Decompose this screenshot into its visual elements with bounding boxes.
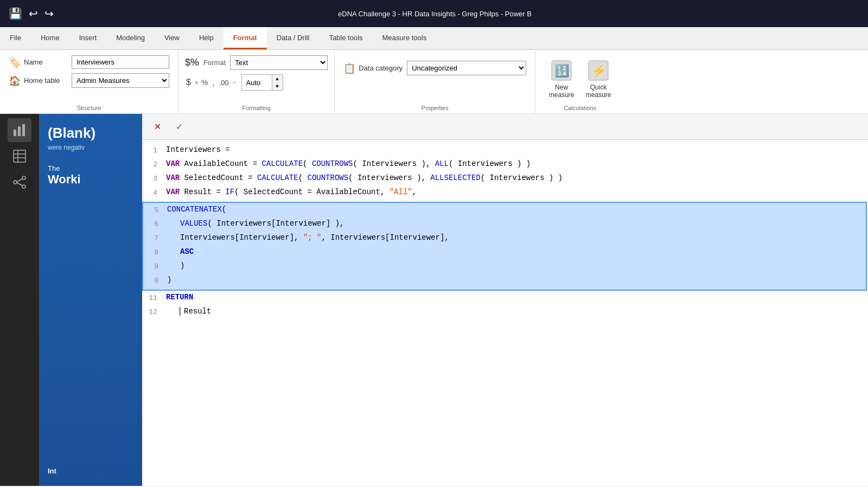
line-content-12: Result	[164, 307, 868, 316]
dax-toolbar: ✕ ✓	[142, 114, 868, 140]
home-table-label: Home table	[24, 76, 67, 85]
name-icon: 🏷️	[9, 56, 21, 68]
menu-file[interactable]: File	[0, 27, 31, 49]
svg-rect-6	[22, 124, 25, 136]
line-content-4: VAR Result = IF( SelectedCount = Availab…	[164, 188, 868, 196]
line-num-4: 4	[142, 188, 164, 197]
line-num-1: 1	[142, 145, 164, 155]
menu-view[interactable]: View	[155, 27, 189, 49]
new-measure-button[interactable]: 🔢 New measure	[546, 55, 577, 101]
line-content-8: ASC	[165, 247, 866, 256]
neg-text: were negativ	[48, 144, 85, 151]
redo-icon[interactable]: ↪	[44, 7, 54, 20]
new-measure-icon: 🔢	[548, 57, 575, 84]
dollar-button[interactable]: $	[185, 76, 192, 88]
menu-help[interactable]: Help	[189, 27, 224, 49]
percent-button[interactable]: %	[201, 78, 208, 87]
cancel-button[interactable]: ✕	[149, 118, 166, 135]
line-num-6: 6	[143, 219, 165, 228]
dax-editor-area: ✕ ✓ 1 Interviewers = 2 VAR AvailableCoun…	[142, 114, 868, 486]
code-line-4: 4 VAR Result = IF( SelectedCount = Avail…	[142, 187, 868, 201]
structure-group-label: Structure	[9, 101, 169, 111]
code-line-7: 7 Interviewers[Interviewer], "; ", Inter…	[143, 232, 866, 246]
code-line-3: 3 VAR SelectedCount = CALCULATE( COUNTRO…	[142, 172, 868, 187]
svg-line-14	[17, 179, 22, 182]
undo-icon[interactable]: ↩	[29, 7, 38, 20]
ribbon-properties-group: 📋 Data category Uncategorized Properties	[335, 50, 535, 113]
svg-point-13	[22, 185, 25, 188]
line-content-10: )	[165, 275, 866, 284]
sidebar-chart-icon[interactable]	[8, 118, 31, 142]
code-line-9: 9 )	[143, 260, 866, 274]
line-content-7: Interviewers[Interviewer], "; ", Intervi…	[165, 233, 866, 242]
menu-format[interactable]: Format	[224, 27, 267, 49]
spinner-value: Auto	[242, 77, 272, 88]
data-category-icon: 📋	[343, 62, 355, 74]
line-num-9: 9	[143, 261, 165, 271]
svg-rect-5	[18, 126, 21, 136]
code-editor[interactable]: 1 Interviewers = 2 VAR AvailableCount = …	[142, 140, 868, 486]
left-sidebar	[0, 114, 39, 486]
line-content-9: )	[165, 261, 866, 270]
line-num-12: 12	[142, 307, 164, 316]
decimal-add-button[interactable]: .00	[219, 79, 229, 87]
line-content-11: RETURN	[164, 293, 868, 302]
menu-modeling[interactable]: Modeling	[106, 27, 155, 49]
code-line-10: 0 )	[143, 274, 866, 289]
save-icon[interactable]: 💾	[9, 7, 22, 20]
working-bold: Worki	[48, 172, 81, 187]
quick-measure-label: Quick measure	[586, 84, 611, 99]
comma-button[interactable]: ,	[211, 77, 215, 88]
menu-home[interactable]: Home	[31, 27, 69, 49]
home-table-select[interactable]: Admin Measures	[72, 73, 169, 88]
spinner-down[interactable]: ▼	[272, 82, 283, 90]
ribbon: 🏷️ Name 🏠 Home table Admin Measures Stru…	[0, 50, 868, 114]
quick-measure-button[interactable]: ⚡ Quick measure	[583, 55, 614, 101]
line-num-10: 0	[143, 275, 165, 285]
sidebar-table-icon[interactable]	[8, 144, 31, 168]
formatting-group-label: Formatting	[185, 101, 328, 111]
svg-line-15	[17, 183, 22, 185]
blank-text: (Blank)	[48, 125, 95, 142]
ribbon-structure-group: 🏷️ Name 🏠 Home table Admin Measures Stru…	[0, 50, 178, 113]
sidebar-model-icon[interactable]	[8, 170, 31, 194]
svg-text:⚡: ⚡	[591, 63, 607, 78]
menu-bar: File Home Insert Modeling View Help Form…	[0, 27, 868, 50]
data-category-label: Data category	[359, 64, 403, 72]
new-measure-label-new: New measure	[549, 84, 575, 99]
svg-rect-7	[14, 150, 25, 162]
code-line-8: 8 ASC	[143, 246, 866, 260]
dollar-dropdown-arrow[interactable]: ▾	[195, 80, 198, 86]
format-dollar-percent-icon: $%	[185, 57, 199, 68]
line-num-3: 3	[142, 174, 164, 183]
spinner-up[interactable]: ▲	[272, 75, 283, 82]
menu-measure-tools[interactable]: Measure tools	[373, 27, 437, 49]
decimal-remove-button[interactable]: ←	[232, 79, 238, 86]
title-bar: 💾 ↩ ↪ eDNA Challenge 3 - HR Data Insight…	[0, 0, 868, 27]
code-line-2: 2 VAR AvailableCount = CALCULATE( COUNTR…	[142, 158, 868, 172]
line-num-8: 8	[143, 247, 165, 257]
properties-group-label: Properties	[343, 101, 526, 111]
code-line-6: 6 VALUES( Interviewers[Interviewer] ),	[143, 218, 866, 232]
background-panel: (Blank) were negativ The Worki Int	[39, 114, 142, 486]
menu-insert[interactable]: Insert	[69, 27, 107, 49]
line-num-7: 7	[143, 233, 165, 242]
calculations-group-label: Calculations	[564, 101, 596, 111]
name-label: Name	[24, 58, 67, 66]
svg-point-11	[14, 181, 17, 184]
line-content-1: Interviewers =	[164, 145, 868, 154]
data-category-select[interactable]: Uncategorized	[407, 61, 526, 75]
ribbon-calculations-group: 🔢 New measure ⚡ Quick m	[535, 50, 624, 113]
code-line-5: 5 CONCATENATEX(	[143, 204, 866, 218]
line-num-11: 11	[142, 293, 164, 302]
menu-data-drill[interactable]: Data / Drill	[267, 27, 320, 49]
working-label: The	[48, 164, 60, 172]
code-line-12: 12 Result	[142, 306, 868, 320]
format-select[interactable]: Text Whole Number Decimal Currency Date …	[230, 55, 328, 70]
line-content-6: VALUES( Interviewers[Interviewer] ),	[165, 219, 866, 228]
name-input[interactable]	[72, 55, 169, 69]
confirm-button[interactable]: ✓	[170, 118, 188, 135]
ribbon-formatting-group: $% Format Text Whole Number Decimal Curr…	[178, 50, 335, 113]
menu-table-tools[interactable]: Table tools	[319, 27, 372, 49]
bottom-text: Int	[48, 467, 56, 475]
